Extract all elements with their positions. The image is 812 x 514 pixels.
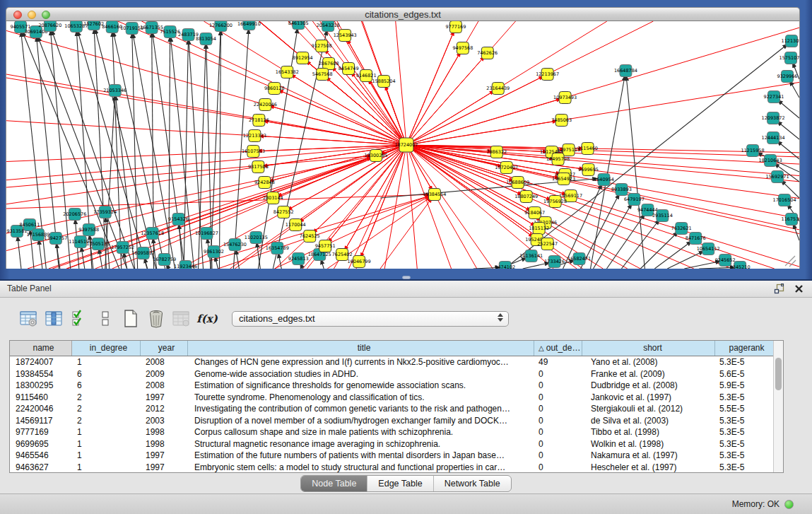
column-header-out_de[interactable]: △out_de… (534, 341, 582, 356)
select-rows-icon[interactable] (69, 308, 90, 329)
table-cell[interactable]: 5.6E-5 (715, 368, 775, 380)
network-node[interactable]: 10973493 (553, 92, 577, 104)
table-cell[interactable]: Nakamura et al. (1997) (582, 450, 715, 462)
table-cell[interactable]: Hescheler et al. (1997) (582, 462, 715, 474)
network-node[interactable]: 12357618 (141, 228, 164, 240)
table-cell[interactable]: 49 (534, 356, 582, 368)
network-node[interactable]: 10196827 (195, 228, 218, 240)
network-graph-svg[interactable]: 9405571306914062087662010653287152760284… (6, 21, 799, 269)
network-node[interactable]: 9115460 (577, 143, 598, 155)
table-cell[interactable]: 1997 (141, 462, 188, 474)
table-cell[interactable]: Wolkin et al. (1998) (582, 438, 715, 450)
table-row[interactable]: 1456911722003Disruption of a novel membe… (10, 415, 775, 427)
network-node[interactable]: 17016504 (773, 194, 796, 206)
table-cell[interactable]: 0 (534, 462, 582, 474)
network-node[interactable]: 11215958 (741, 145, 765, 157)
table-cell[interactable]: 5.3E-5 (715, 438, 775, 450)
table-cell[interactable]: Structural magnetic resonance image aver… (188, 438, 534, 450)
table-cell[interactable]: Stergiakouli et al. (2012) (582, 403, 715, 415)
network-node[interactable]: 15692971 (766, 171, 789, 183)
table-cell[interactable]: 5.3E-5 (715, 392, 775, 404)
network-node[interactable]: 8461305 (288, 21, 309, 30)
network-node[interactable]: 15720407 (495, 162, 518, 174)
table-cell[interactable]: 18300295 (10, 380, 72, 392)
scrollbar-thumb[interactable] (775, 358, 782, 390)
table-cell[interactable]: 5.9E-5 (715, 380, 775, 392)
table-cell[interactable]: 2 (72, 392, 141, 404)
network-node[interactable]: 14136141 (519, 250, 543, 262)
table-cell[interactable]: Estimation of significance thresholds fo… (188, 380, 534, 392)
table-cell[interactable]: Changes of HCN gene expression and I(f) … (188, 356, 534, 368)
network-node[interactable]: 23164439 (486, 83, 510, 95)
network-canvas[interactable]: 9405571306914062087662010653287152760284… (6, 21, 800, 269)
table-row[interactable]: 946362711997Embryonic stem cells: a mode… (10, 462, 775, 474)
network-node[interactable]: 7485063 (551, 115, 572, 127)
network-node[interactable]: 12444134 (762, 132, 785, 144)
table-row[interactable]: 1938455462009Genome-wide association stu… (10, 368, 775, 380)
show-column-icon[interactable] (44, 308, 65, 329)
row-height-icon[interactable] (95, 308, 116, 329)
table-selector-dropdown[interactable]: citations_edges.txt (232, 311, 509, 327)
table-cell[interactable]: 1998 (141, 438, 188, 450)
table-cell[interactable]: Investigating the contribution of common… (188, 403, 534, 415)
network-node[interactable]: 9699695 (578, 164, 599, 176)
table-cell[interactable]: 2009 (141, 368, 188, 380)
float-panel-icon[interactable] (774, 284, 784, 294)
table-cell[interactable]: 1 (72, 450, 141, 462)
table-cell[interactable]: 2012 (141, 403, 188, 415)
column-header-in_degree[interactable]: in_degree (72, 341, 141, 356)
table-row[interactable]: 2242004622012Investigating the contribut… (10, 403, 775, 415)
column-header-name[interactable]: name (10, 341, 72, 356)
table-cell[interactable]: 5.3E-5 (715, 415, 775, 427)
network-node[interactable]: 9497568 (452, 42, 473, 54)
table-cell[interactable]: 1 (72, 438, 141, 450)
table-cell[interactable]: 5.3E-5 (715, 426, 775, 438)
network-node[interactable]: 1167534 (782, 214, 799, 226)
network-node[interactable]: 16046799 (348, 256, 371, 268)
table-row[interactable]: 977716911998Corpus callosum shape and si… (10, 426, 775, 438)
delete-table-icon[interactable] (146, 308, 167, 329)
network-node[interactable]: 8813054 (196, 33, 216, 45)
network-node[interactable]: 1170044 (286, 219, 306, 231)
table-row[interactable]: 969969511998Structural magnetic resonanc… (10, 438, 775, 450)
network-node[interactable]: 2867608 (319, 58, 339, 70)
panel-splitter[interactable] (402, 276, 411, 279)
network-node[interactable]: 16095817 (131, 247, 155, 259)
network-node[interactable]: 9127508 (312, 40, 332, 52)
network-node[interactable]: 1640954 (594, 174, 614, 186)
network-node[interactable]: 5467568 (312, 69, 333, 81)
network-node[interactable]: 16543382 (276, 66, 299, 78)
table-cell[interactable]: 2008 (141, 380, 188, 392)
network-node[interactable]: 16648784 (614, 65, 637, 77)
table-cell[interactable]: 0 (534, 368, 582, 380)
tab-network-table[interactable]: Network Table (433, 476, 511, 491)
table-cell[interactable]: 5.3E-5 (715, 450, 775, 462)
network-node[interactable]: 8471676 (686, 233, 706, 245)
table-cell[interactable]: 1 (72, 462, 141, 474)
network-node[interactable]: 12543943 (334, 30, 357, 42)
network-node[interactable]: 1121305 (782, 35, 799, 47)
table-cell[interactable]: 1 (72, 426, 141, 438)
network-node[interactable]: 12766200 (209, 21, 233, 32)
table-row[interactable]: 911546021997Tourette syndrome. Phenomeno… (10, 392, 775, 404)
network-node[interactable]: 9329966 (777, 71, 798, 83)
table-row[interactable]: 1872400712008Changes of HCN gene express… (10, 356, 775, 368)
close-panel-icon[interactable] (794, 284, 804, 293)
network-node[interactable]: 16107553 (242, 146, 265, 158)
network-node[interactable]: 9317508 (248, 161, 269, 173)
function-builder-icon[interactable]: f(x) (196, 308, 218, 329)
table-cell[interactable]: 9463627 (10, 462, 72, 474)
network-node[interactable]: 12093872 (762, 112, 785, 124)
network-node[interactable]: 18807249 (514, 191, 538, 203)
table-cell[interactable]: 2003 (141, 415, 188, 427)
table-cell[interactable]: Estimation of the future numbers of pati… (188, 450, 534, 462)
table-cell[interactable]: 0 (534, 450, 582, 462)
table-cell[interactable]: 9465546 (10, 450, 72, 462)
table-cell[interactable]: 19384554 (10, 368, 72, 380)
table-row[interactable]: 1830029562008Estimation of significance … (10, 380, 775, 392)
network-node[interactable]: 15751074 (779, 52, 799, 64)
table-cell[interactable]: Genome-wide association studies in ADHD. (188, 368, 534, 380)
table-cell[interactable]: Tourette syndrome. Phenomenology and cla… (188, 392, 534, 404)
network-node[interactable]: 2718126 (249, 115, 269, 127)
table-cell[interactable]: 0 (534, 438, 582, 450)
